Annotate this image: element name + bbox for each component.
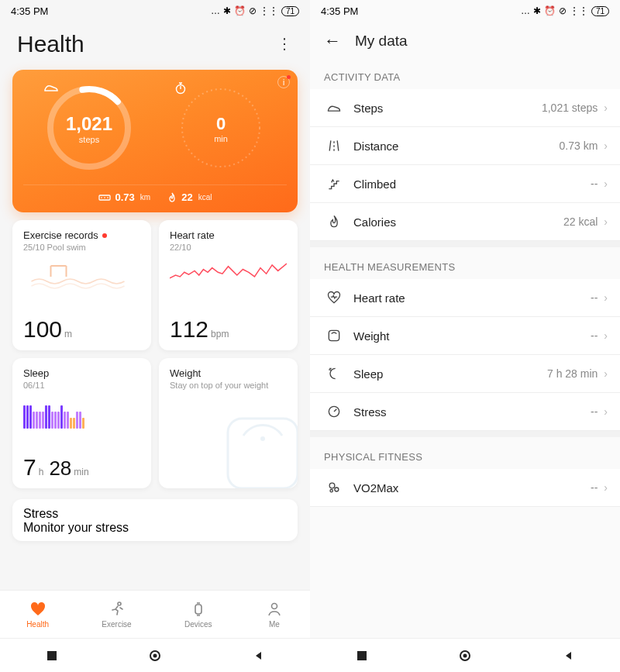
dnd-icon: ⊘ (249, 5, 257, 16)
row-calories[interactable]: Calories 22 kcal › (310, 203, 620, 241)
exercise-records-card[interactable]: Exercise records 25/10 Pool swim 100 m (12, 220, 151, 350)
row-label: Distance (353, 140, 398, 153)
watch-icon (189, 600, 208, 619)
weight-card[interactable]: Weight Stay on top of your weight (159, 358, 298, 488)
section-fitness-label: PHYSICAL FITNESS (310, 437, 620, 469)
row-value: -- (591, 291, 598, 304)
section-activity-label: ACTIVITY DATA (310, 57, 620, 89)
page-header: Health ⋯ (0, 22, 310, 65)
section-health-label: HEALTH MEASUREMENTS (310, 247, 620, 279)
new-badge-icon (102, 233, 107, 238)
stairs-icon (324, 176, 344, 191)
sleep-m-unit: min (74, 467, 88, 477)
row-vo2max[interactable]: VO2Max -- › (310, 469, 620, 507)
sleep-card[interactable]: Sleep 06/11 7 h 28 min (12, 358, 151, 488)
chevron-right-icon: › (604, 405, 608, 418)
alarm-icon: ⏰ (544, 5, 556, 16)
status-icons: … ✱ ⏰ ⊘ ⋮⋮ 71 (521, 5, 609, 16)
card-title: Sleep (23, 367, 140, 379)
heart-rate-sparkline (170, 258, 287, 294)
system-nav-bar (310, 638, 620, 672)
nav-recent-icon[interactable] (356, 650, 368, 662)
heart-pulse-icon (324, 290, 344, 305)
activity-footer: 0.73km 22kcal (23, 184, 287, 203)
page-header: ← My data (310, 22, 620, 57)
pool-illustration-icon (23, 261, 140, 292)
wifi-icon: ⋮⋮ (260, 5, 278, 16)
more-menu-button[interactable]: ⋯ (276, 36, 294, 52)
row-sleep[interactable]: Sleep 7 h 28 min › (310, 355, 620, 393)
heart-icon (29, 600, 47, 619)
nav-back-icon[interactable] (562, 650, 574, 662)
svg-rect-5 (228, 419, 298, 488)
scale-icon (324, 328, 344, 343)
page-title: Health (17, 31, 84, 57)
svg-point-12 (153, 653, 157, 657)
chevron-right-icon: › (604, 481, 608, 494)
row-stress[interactable]: Stress -- › (310, 393, 620, 431)
bottom-tab-bar: Health Exercise Devices Me (0, 590, 310, 638)
tab-label: Me (269, 620, 280, 629)
row-steps[interactable]: Steps 1,021 steps › (310, 89, 620, 127)
row-label: VO2Max (353, 481, 398, 495)
row-label: Weight (353, 329, 389, 343)
minutes-label: min (214, 134, 228, 143)
nav-home-icon[interactable] (459, 650, 471, 662)
activity-summary-card[interactable]: i 1,021 steps 0 (12, 70, 298, 212)
tab-devices[interactable]: Devices (184, 600, 212, 629)
row-value: -- (591, 405, 598, 418)
distance-icon (98, 193, 111, 202)
my-data-screen: 4:35 PM … ✱ ⏰ ⊘ ⋮⋮ 71 ← My data ACTIVITY… (310, 0, 620, 672)
row-label: Steps (353, 102, 383, 115)
system-nav-bar (0, 638, 310, 672)
nav-recent-icon[interactable] (46, 650, 58, 662)
row-distance[interactable]: Distance 0.73 km › (310, 127, 620, 165)
card-subtitle: 06/11 (23, 381, 140, 390)
moon-icon (324, 366, 344, 381)
heart-unit: bpm (211, 329, 229, 339)
heart-rate-card[interactable]: Heart rate 22/10 112 bpm (159, 220, 298, 350)
svg-point-6 (260, 436, 265, 441)
heart-value: 112 (170, 316, 208, 343)
distance-stat: 0.73km (98, 191, 151, 203)
flame-icon (324, 214, 344, 229)
nav-home-icon[interactable] (149, 650, 161, 662)
exercise-value: 100 (23, 316, 62, 343)
svg-point-2 (182, 89, 260, 167)
svg-point-20 (463, 653, 467, 657)
runner-icon (108, 600, 126, 619)
road-icon (324, 138, 344, 153)
row-weight[interactable]: Weight -- › (310, 317, 620, 355)
svg-point-9 (271, 604, 277, 609)
steps-ring: 1,021 steps (43, 82, 135, 174)
card-subtitle: 22/10 (170, 243, 287, 252)
card-subtitle: 25/10 Pool swim (23, 243, 140, 252)
tab-me[interactable]: Me (265, 600, 284, 629)
info-icon[interactable]: i (277, 76, 290, 88)
status-bar: 4:35 PM … ✱ ⏰ ⊘ ⋮⋮ 71 (310, 0, 620, 22)
card-title: Heart rate (170, 229, 287, 241)
svg-rect-10 (47, 651, 57, 660)
person-icon (265, 600, 284, 619)
chevron-right-icon: › (604, 102, 608, 114)
svg-point-15 (329, 483, 335, 488)
wifi-icon: ⋮⋮ (570, 5, 588, 16)
back-button[interactable]: ← (324, 31, 341, 51)
alarm-icon: ⏰ (234, 5, 246, 16)
tab-exercise[interactable]: Exercise (102, 600, 131, 629)
chevron-right-icon: › (604, 367, 608, 380)
row-heart-rate[interactable]: Heart rate -- › (310, 279, 620, 317)
health-dashboard-screen: 4:35 PM … ✱ ⏰ ⊘ ⋮⋮ 71 Health ⋯ i 1,021 (0, 0, 310, 672)
bluetooth-icon: ✱ (223, 5, 231, 16)
svg-rect-18 (357, 651, 367, 660)
tab-health[interactable]: Health (26, 600, 49, 629)
nav-back-icon[interactable] (252, 650, 264, 662)
chevron-right-icon: › (604, 329, 608, 342)
chevron-right-icon: › (604, 177, 608, 190)
battery-icon: 71 (281, 6, 299, 16)
gauge-icon (324, 404, 344, 419)
stress-card[interactable]: Stress Monitor your stress (12, 499, 298, 541)
row-value: 7 h 28 min (547, 367, 598, 380)
row-climbed[interactable]: Climbed -- › (310, 165, 620, 203)
card-title: Stress (23, 507, 287, 521)
